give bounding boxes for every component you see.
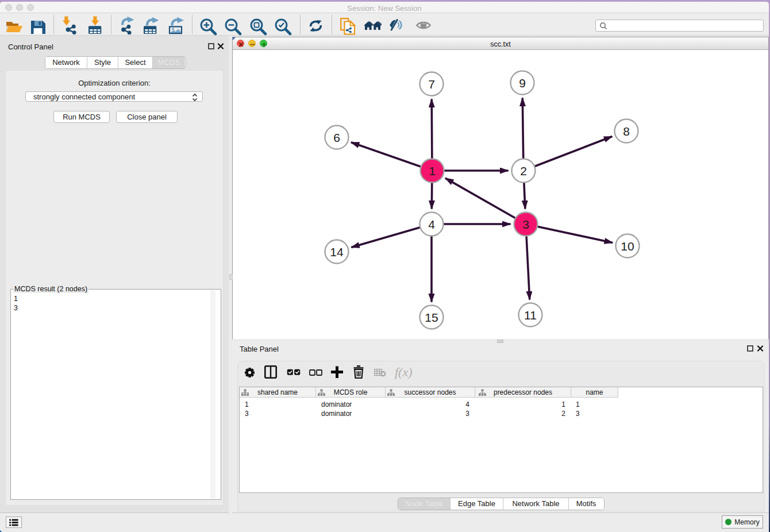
svg-text:11: 11 [524,309,537,322]
svg-text:2: 2 [520,164,527,178]
svg-text:7: 7 [428,78,435,91]
svg-text:8: 8 [623,125,630,138]
svg-text:14: 14 [330,245,344,259]
svg-text:10: 10 [621,240,634,253]
svg-text:6: 6 [333,131,340,144]
svg-text:15: 15 [425,311,438,324]
svg-text:3: 3 [522,218,529,231]
svg-text:4: 4 [428,218,435,231]
svg-text:1: 1 [429,164,436,178]
svg-text:9: 9 [519,76,526,90]
